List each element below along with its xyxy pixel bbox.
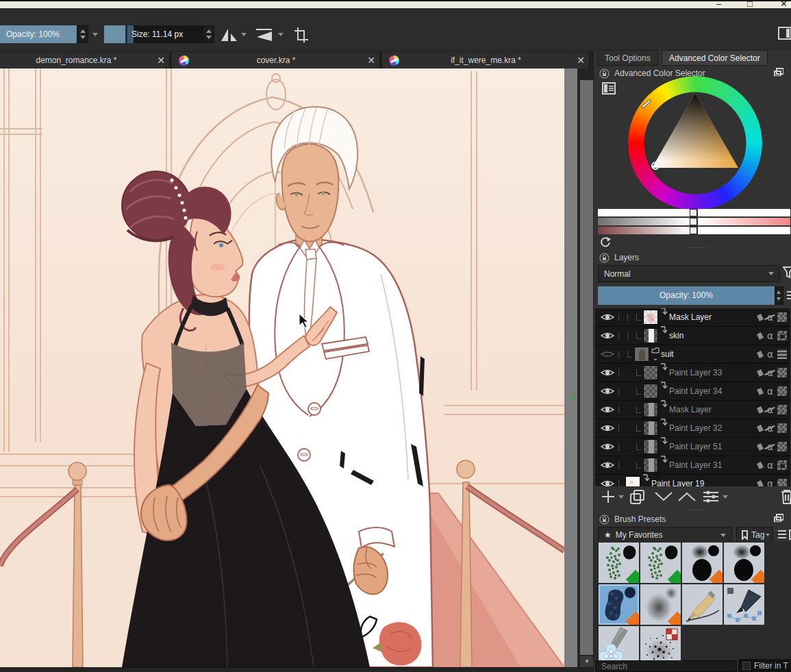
layer-lock-icon[interactable] (755, 442, 764, 451)
layer-opacity-slider[interactable]: Opacity: 100% (598, 286, 775, 305)
close-icon[interactable]: ✕ (780, 0, 788, 8)
scroll-down-button[interactable]: ▼ (580, 656, 594, 667)
mirror-horizontal-dropdown-icon[interactable] (241, 33, 247, 36)
layer-thumbnail[interactable] (643, 365, 658, 380)
delete-layer-button[interactable] (780, 488, 791, 505)
refresh-icon[interactable] (599, 236, 612, 249)
splatter-brush[interactable] (640, 626, 681, 660)
visibility-eye-icon[interactable] (601, 331, 614, 340)
mirror-vertical-icon[interactable] (255, 27, 274, 42)
shade-handle-2[interactable] (690, 218, 697, 225)
presets-list-view-icon[interactable] (777, 530, 787, 540)
alpha-struck-icon[interactable]: α (764, 367, 776, 378)
shade-handle-3[interactable] (690, 227, 697, 234)
curve-pen-brush[interactable] (724, 584, 764, 625)
alpha-struck-icon[interactable]: α (764, 423, 776, 434)
layer-row[interactable]: Paint Layer 19α (595, 475, 790, 486)
layer-lock-icon[interactable] (755, 312, 764, 322)
horizontal-scrollbar[interactable] (0, 667, 593, 672)
visibility-eye-icon[interactable] (601, 312, 614, 322)
visibility-eye-icon[interactable] (601, 386, 614, 396)
workspace-chooser-icon[interactable] (778, 26, 791, 41)
tab-advanced-color-selector[interactable]: Advanced Color Selector (662, 50, 768, 66)
shade-bar-right-2[interactable] (698, 218, 790, 225)
tag-filter-select[interactable]: ★ My Favorites (598, 527, 732, 543)
layer-row[interactable]: Paint Layer 31α (595, 456, 790, 475)
shade-bar-right-1[interactable] (698, 209, 790, 216)
float-docker-icon[interactable] (774, 68, 783, 76)
visibility-eye-icon[interactable] (601, 442, 614, 451)
visibility-eye-icon[interactable] (601, 479, 614, 486)
vertical-scrollbar[interactable]: ▼ (577, 69, 594, 667)
close-tab-icon[interactable]: ✕ (573, 55, 589, 66)
layer-lock-icon[interactable] (755, 423, 764, 433)
alpha-plain-icon[interactable]: α (764, 330, 776, 341)
color-selector-settings-icon[interactable] (602, 82, 616, 95)
layer-thumbnail[interactable] (643, 421, 658, 436)
expand-group-icon[interactable]: ⌄ (651, 347, 660, 362)
ink-smudge-brush[interactable] (682, 543, 723, 583)
ink-smudge-brush-2[interactable] (724, 543, 764, 583)
opacity-slider[interactable]: Opacity: 100% (0, 25, 77, 43)
layer-lock-icon[interactable] (755, 460, 764, 470)
visibility-eye-icon[interactable] (601, 460, 614, 470)
size-slider[interactable]: Size: 11.14 px (127, 25, 203, 43)
maximize-icon[interactable]: □ (747, 0, 753, 8)
layer-row[interactable]: ⌄suitα (595, 345, 790, 364)
brush-swatch[interactable] (104, 25, 125, 43)
move-layer-down-button[interactable] (654, 491, 673, 502)
shade-handle-1[interactable] (690, 209, 697, 216)
speckle-green-brush[interactable] (599, 543, 639, 583)
filter-in-tag-checkbox[interactable] (742, 662, 751, 670)
shade-bar-left-2[interactable] (598, 218, 690, 225)
alpha-struck-icon[interactable]: α (764, 404, 776, 415)
blend-mode-select[interactable]: Normal (598, 265, 780, 282)
shade-bar-right-3[interactable] (698, 227, 790, 234)
layer-opacity-spinner[interactable] (775, 286, 783, 305)
saturation-value-triangle[interactable] (628, 76, 762, 210)
size-spinner[interactable] (203, 25, 214, 43)
layer-thumbnail[interactable] (625, 476, 640, 486)
layer-thumbnail[interactable] (643, 384, 658, 399)
splitter-handle[interactable]: ······ (688, 244, 709, 251)
shade-bar-left-1[interactable] (598, 209, 690, 216)
layer-thumbnail[interactable] (643, 458, 658, 473)
layer-thumbnail[interactable] (643, 439, 658, 454)
alpha-plain-icon[interactable]: α (764, 386, 776, 397)
duplicate-layer-button[interactable] (629, 489, 646, 504)
opacity-dropdown-icon[interactable] (92, 33, 98, 36)
visibility-eye-icon[interactable] (601, 368, 614, 377)
visibility-eye-icon[interactable] (601, 423, 614, 433)
visibility-eye-icon[interactable] (601, 405, 614, 414)
layer-thumbnail[interactable] (643, 310, 658, 325)
soft-smudge-brush[interactable] (640, 584, 681, 625)
layer-thumbnail[interactable] (634, 347, 649, 362)
layer-thumbnail[interactable] (643, 402, 658, 417)
search-input[interactable] (595, 660, 737, 672)
speckle-green-brush-2[interactable] (640, 543, 681, 583)
visibility-eye-icon[interactable] (601, 349, 614, 359)
vertical-scrollbar-thumb[interactable] (580, 80, 594, 655)
float-docker-icon[interactable] (774, 514, 783, 522)
alpha-struck-icon[interactable]: α (764, 441, 776, 452)
mirror-horizontal-icon[interactable] (221, 27, 238, 42)
layer-lock-icon[interactable] (755, 331, 764, 340)
opacity-spinner[interactable] (77, 25, 88, 43)
layer-lock-icon[interactable] (755, 386, 764, 396)
paint-blue-brush[interactable] (599, 584, 639, 625)
layer-thumbnail[interactable] (643, 328, 658, 343)
layer-row[interactable]: Paint Layer 51α (595, 438, 790, 456)
shade-bar-left-3[interactable] (598, 227, 690, 234)
alpha-plain-icon[interactable]: α (764, 349, 776, 360)
layer-row[interactable]: Paint Layer 32α (595, 419, 790, 438)
splitter-handle[interactable]: ······ (688, 506, 709, 513)
layer-properties-button[interactable] (702, 489, 720, 504)
layer-lock-icon[interactable] (755, 368, 764, 377)
canvas[interactable] (0, 69, 564, 667)
layer-row[interactable]: Paint Layer 33α (595, 364, 790, 382)
layer-lock-icon[interactable] (755, 405, 764, 414)
pencil-brush[interactable] (682, 584, 723, 625)
add-layer-dropdown-icon[interactable] (618, 495, 624, 499)
document-tab[interactable]: cover.kra *✕ (172, 52, 381, 69)
minimize-icon[interactable]: – (716, 0, 721, 8)
